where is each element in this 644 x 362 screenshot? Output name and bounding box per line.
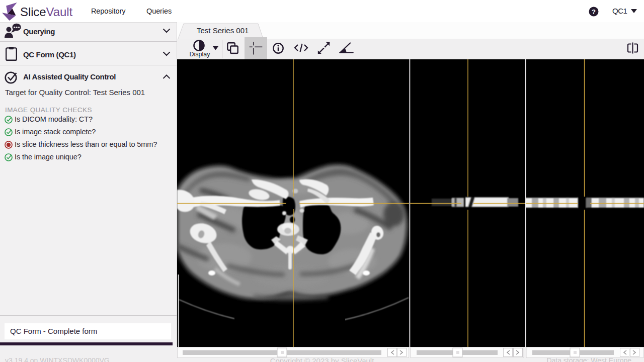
- svg-text:?: ?: [592, 8, 596, 16]
